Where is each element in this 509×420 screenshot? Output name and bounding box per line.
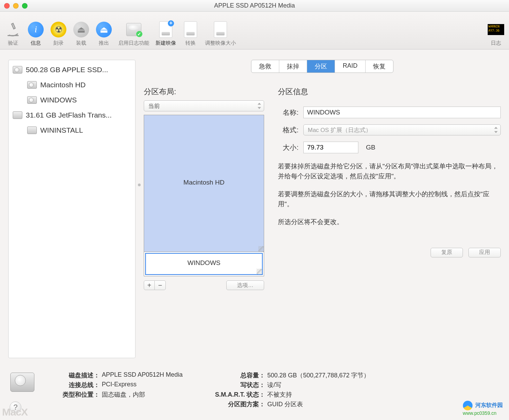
tab-partition[interactable]: 分区	[307, 60, 335, 73]
disk-icon	[27, 81, 37, 89]
partition-label: Macintosh HD	[183, 179, 224, 186]
toolbar-burn[interactable]: ☢ 刻录	[50, 21, 67, 46]
toolbar-label: 日志	[491, 40, 501, 46]
button-label: 复原	[441, 249, 452, 256]
toolbar-label: 调整映像大小	[205, 40, 236, 46]
sidebar-label: 31.61 GB JetFlash Trans...	[26, 111, 112, 119]
toolbar-label: 信息	[31, 40, 41, 46]
partition-macintosh-hd[interactable]: Macintosh HD	[144, 115, 264, 252]
tab-raid[interactable]: RAID	[335, 60, 365, 73]
toolbar-new-image[interactable]: 新建映像	[155, 21, 176, 46]
resize-handle-icon[interactable]	[258, 246, 264, 252]
site-url: www.pc0359.cn	[463, 410, 503, 416]
name-label: 名称:	[278, 108, 299, 117]
format-label: 格式:	[278, 125, 299, 135]
info-label: 分区信息	[278, 87, 501, 97]
toolbar-log[interactable]: WARNIN AY7:36 日志	[488, 21, 504, 46]
sidebar-disk-apple-ssd[interactable]: 500.28 GB APPLE SSD...	[9, 62, 135, 77]
detail-key: 类型和位置：	[52, 390, 100, 399]
toolbar-eject[interactable]: ⏏ 推出	[96, 21, 112, 46]
partition-windows[interactable]: WINDOWS	[145, 253, 263, 275]
mount-icon: ⏏	[73, 22, 89, 37]
macx-watermark: MacX	[2, 406, 28, 418]
details-right: 总容量：500.28 GB（500,277,788,672 字节） 写状态：读/…	[200, 371, 370, 410]
sidebar-label: WINDOWS	[40, 96, 77, 104]
sidebar-vol-macintosh-hd[interactable]: Macintosh HD	[9, 77, 135, 92]
disk-large-icon	[10, 373, 34, 392]
log-icon: WARNIN AY7:36	[488, 24, 504, 35]
microscope-icon	[6, 22, 21, 37]
size-unit: GB	[366, 144, 375, 151]
detail-value: 固态磁盘，内部	[102, 390, 145, 399]
detail-key: 连接总线：	[52, 381, 100, 389]
toolbar-label: 装载	[76, 40, 86, 46]
sidebar-vol-windows[interactable]: WINDOWS	[9, 92, 135, 108]
new-image-icon	[159, 21, 172, 38]
journal-icon	[126, 23, 141, 36]
detail-value: PCI-Express	[102, 381, 137, 389]
sidebar-disk-jetflash[interactable]: 31.61 GB JetFlash Trans...	[9, 108, 135, 123]
size-label: 大小:	[278, 143, 299, 152]
svg-rect-0	[8, 35, 19, 36]
format-value: Mac OS 扩展（日志式）	[308, 126, 371, 134]
size-field[interactable]	[303, 142, 358, 153]
help-text-2: 若要调整所选磁盘分区的大小，请拖移其调整大小的控制线，然后点按"应用"。	[278, 189, 501, 209]
toolbar-mount[interactable]: ⏏ 装载	[73, 21, 89, 46]
toolbar-enable-journal[interactable]: 启用日志功能	[118, 21, 149, 46]
add-handle-icon[interactable]	[138, 184, 141, 186]
toolbar-resize-image[interactable]: 调整映像大小	[205, 21, 236, 46]
format-popup[interactable]: Mac OS 扩展（日志式）	[303, 124, 501, 135]
sidebar-vol-wininstall[interactable]: WININSTALL	[9, 123, 135, 138]
button-label: 应用	[479, 249, 490, 256]
remove-partition-button[interactable]: −	[155, 280, 166, 290]
tab-restore[interactable]: 恢复	[366, 60, 393, 73]
toolbar-label: 刻录	[53, 40, 64, 46]
convert-icon	[184, 21, 197, 38]
help-text-1: 若要抹掉所选磁盘并给它分区，请从"分区布局"弹出式菜单中选取一种布局，并给每个分…	[278, 162, 501, 181]
options-button[interactable]: 选项…	[226, 280, 264, 290]
toolbar-verify[interactable]: 验证	[5, 21, 21, 46]
layout-popup-value: 当前	[148, 102, 160, 110]
button-label: 选项…	[237, 282, 253, 289]
sidebar-label: Macintosh HD	[40, 81, 86, 89]
partition-layout-column: 分区布局: 当前 Macintosh HD WINDOWS	[144, 87, 264, 290]
toolbar-label: 验证	[8, 40, 18, 46]
toolbar-label: 启用日志功能	[118, 40, 149, 46]
toolbar-label: 新建映像	[155, 40, 176, 46]
right-panel: 急救 抹掉 分区 RAID 恢复 分区布局: 当前 Macintosh HD	[144, 60, 501, 358]
resize-icon	[214, 21, 227, 38]
window: APPLE SSD AP0512H Media 验证 i 信息 ☢ 刻录 ⏏ 装…	[0, 0, 509, 420]
name-field[interactable]	[303, 107, 501, 118]
layout-popup[interactable]: 当前	[144, 100, 264, 111]
tabs: 急救 抹掉 分区 RAID 恢复	[251, 60, 393, 73]
detail-value: APPLE SSD AP0512H Media	[102, 371, 183, 379]
detail-key: 总容量：	[200, 371, 265, 379]
partition-map: Macintosh HD WINDOWS	[144, 115, 264, 276]
sidebar-label: WININSTALL	[40, 126, 83, 134]
layout-label: 分区布局:	[144, 87, 264, 97]
detail-value: 500.28 GB（500,277,788,672 字节）	[267, 371, 370, 379]
toolbar-label: 推出	[99, 40, 109, 46]
partition-info-column: 分区信息 名称: 格式: Mac OS 扩展（日志式） 大小: GB	[278, 87, 501, 290]
revert-button[interactable]: 复原	[431, 248, 463, 257]
detail-value: 读/写	[267, 381, 281, 389]
disk-icon	[13, 111, 22, 119]
info-icon: i	[28, 22, 44, 37]
disk-icon	[27, 126, 37, 134]
tab-erase[interactable]: 抹掉	[279, 60, 307, 73]
detail-key: 磁盘描述：	[52, 371, 100, 379]
detail-key: 分区图方案：	[200, 400, 265, 408]
burn-icon: ☢	[51, 22, 66, 37]
toolbar-info[interactable]: i 信息	[28, 21, 44, 46]
apply-button[interactable]: 应用	[468, 248, 501, 257]
titlebar: APPLE SSD AP0512H Media	[0, 0, 509, 12]
resize-handle-icon[interactable]	[257, 269, 262, 274]
toolbar-convert[interactable]: 转换	[182, 21, 199, 46]
sidebar-label: 500.28 GB APPLE SSD...	[26, 66, 108, 74]
add-partition-button[interactable]: +	[144, 280, 155, 290]
detail-value: GUID 分区表	[267, 400, 303, 408]
site-name: 河东软件园	[475, 402, 503, 408]
window-title: APPLE SSD AP0512H Media	[0, 2, 509, 9]
eject-icon: ⏏	[96, 22, 112, 37]
tab-firstaid[interactable]: 急救	[251, 60, 279, 73]
